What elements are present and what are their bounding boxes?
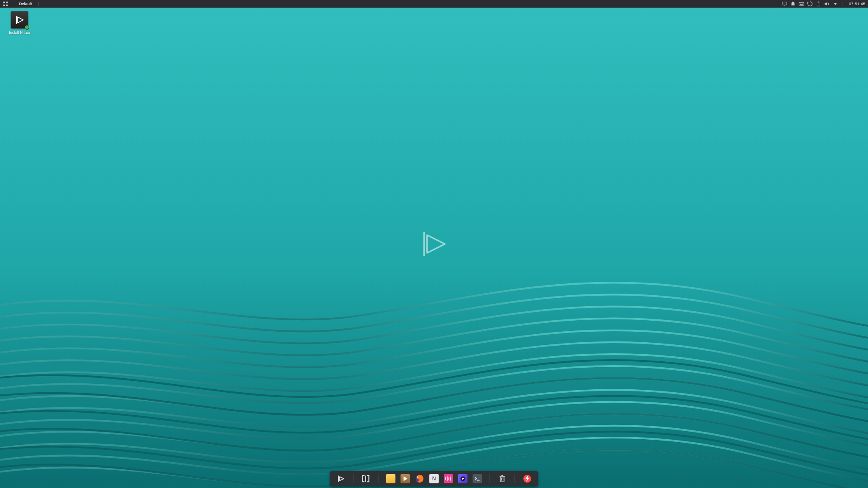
dock: N [330,471,538,486]
firefox-icon[interactable] [415,474,424,483]
separator [515,474,515,483]
svg-rect-15 [803,3,803,3]
svg-rect-3 [3,2,5,3]
svg-rect-9 [793,6,793,6]
separator [843,2,843,6]
terminal-icon[interactable] [473,474,482,483]
install-nitrux-tile [11,11,28,29]
svg-rect-18 [817,2,820,6]
separator [353,474,353,483]
notifications-icon[interactable] [790,1,796,7]
desktop-icon-install-nitrux[interactable]: Install Nitrux [7,11,32,35]
software-center-icon[interactable] [401,474,410,483]
svg-rect-36 [500,477,504,482]
svg-rect-10 [799,3,804,6]
music-icon[interactable] [444,474,453,483]
desktop-icon-label: Install Nitrux [7,30,32,35]
media-player-icon[interactable] [458,474,467,483]
svg-rect-8 [784,6,785,6]
separator [13,2,13,6]
svg-rect-6 [6,5,8,6]
svg-marker-21 [834,3,837,5]
svg-marker-23 [18,17,23,23]
svg-rect-19 [818,2,819,3]
svg-rect-5 [6,2,8,3]
svg-rect-7 [782,2,787,5]
separator [378,474,378,483]
file-manager-icon[interactable] [386,474,395,483]
svg-marker-25 [339,477,344,480]
workspace-name[interactable]: Default [17,2,34,6]
svg-rect-4 [3,5,5,6]
activities-icon[interactable] [361,474,370,483]
svg-marker-2 [427,235,445,253]
launcher-icon[interactable] [336,474,345,483]
power-icon[interactable] [523,474,532,483]
wallpaper-logo [419,229,449,259]
separator [490,474,490,483]
top-panel: Default 07:51:45 [0,0,868,8]
svg-rect-13 [801,3,801,3]
svg-rect-11 [800,3,800,3]
svg-marker-27 [403,477,407,481]
svg-rect-16 [800,4,803,5]
activities-corner[interactable] [3,1,8,7]
updates-icon[interactable] [807,1,813,7]
install-badge-icon [25,25,29,30]
separator [38,2,39,6]
expand-tray-icon[interactable] [832,1,838,7]
svg-marker-20 [825,2,827,6]
display-icon[interactable] [782,1,787,7]
svg-marker-17 [807,3,809,4]
volume-icon[interactable] [824,1,830,7]
keyboard-icon[interactable] [798,1,804,7]
svg-rect-12 [800,3,801,3]
clipboard-icon[interactable] [815,1,821,7]
trash-icon[interactable] [498,474,507,483]
svg-rect-14 [802,3,802,3]
clock[interactable]: 07:51:45 [847,2,865,6]
notes-icon[interactable]: N [429,474,439,483]
wallpaper [0,0,868,488]
